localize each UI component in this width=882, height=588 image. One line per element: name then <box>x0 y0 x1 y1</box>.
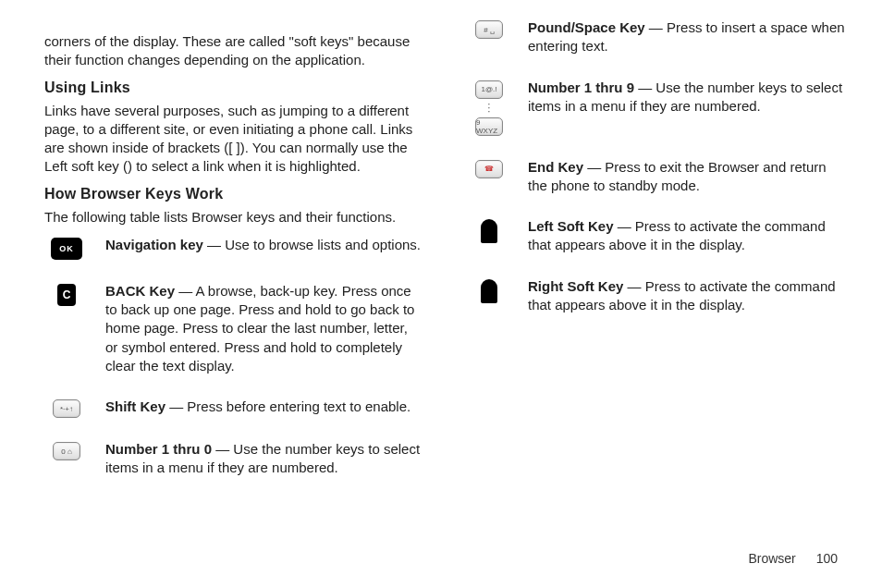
ok-key-icon: OK <box>51 238 82 260</box>
key-desc: — Use to browse lists and options. <box>203 237 421 252</box>
key-label: End Key <box>528 159 583 175</box>
shift-key-icon: *·+↑ <box>53 399 80 418</box>
key-label: Number 1 thru 9 <box>528 80 634 95</box>
footer-page-number: 100 <box>816 551 838 566</box>
zero-key-icon: 0 ⌂ <box>53 442 80 460</box>
left-column: corners of the display. These are called… <box>44 18 423 500</box>
using-links-body: Links have several purposes, such as jum… <box>44 102 423 177</box>
key-label: Right Soft Key <box>528 278 623 294</box>
page-footer: Browser 100 <box>748 551 838 566</box>
footer-section: Browser <box>748 551 795 566</box>
key-row-shift: *·+↑ Shift Key — Press before entering t… <box>44 398 423 418</box>
key-row-one-thru-nine: 1@.! ··· 9 WXYZ Number 1 thru 9 — Use th… <box>467 79 845 136</box>
key-row-back: C BACK Key — A browse, back-up key. Pres… <box>44 282 423 375</box>
key-label: Left Soft Key <box>528 218 614 234</box>
key-label: BACK Key <box>105 283 175 299</box>
right-column: # ␣ Pound/Space Key — Press to insert a … <box>467 18 845 500</box>
ellipsis-icon: ··· <box>488 103 491 114</box>
key-row-pound: # ␣ Pound/Space Key — Press to insert a … <box>467 18 845 56</box>
right-soft-key-icon <box>481 279 497 303</box>
heading-using-links: Using Links <box>44 80 423 96</box>
key-row-navigation: OK Navigation key — Use to browse lists … <box>44 236 423 260</box>
end-key-icon: ☎ <box>475 160 503 178</box>
key-desc: — Press before entering text to enable. <box>165 398 410 414</box>
key-row-end: ☎ End Key — Press to exit the Browser an… <box>467 158 845 196</box>
pound-key-icon: # ␣ <box>475 20 503 39</box>
back-key-icon: C <box>57 284 76 306</box>
browser-keys-intro: The following table lists Browser keys a… <box>44 208 423 227</box>
key-row-left-soft: Left Soft Key — Press to activate the co… <box>467 217 845 255</box>
key-label: Pound/Space Key <box>528 19 645 35</box>
key-label: Shift Key <box>105 398 165 414</box>
key-label: Navigation key <box>105 237 203 252</box>
number-keys-icon: 1@.! ··· 9 WXYZ <box>475 80 503 136</box>
heading-browser-keys: How Browser Keys Work <box>44 186 423 202</box>
key-row-right-soft: Right Soft Key — Press to activate the c… <box>467 277 845 315</box>
left-soft-key-icon <box>481 219 497 243</box>
intro-continuation: corners of the display. These are called… <box>44 32 423 70</box>
key-label: Number 1 thru 0 <box>105 441 212 457</box>
nine-key-icon: 9 WXYZ <box>475 117 503 136</box>
one-key-icon: 1@.! <box>475 80 503 99</box>
key-row-zero: 0 ⌂ Number 1 thru 0 — Use the number key… <box>44 440 423 478</box>
